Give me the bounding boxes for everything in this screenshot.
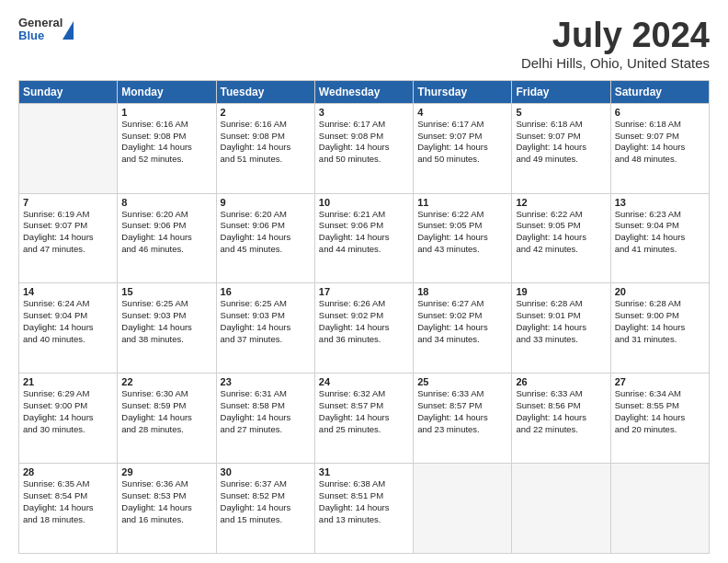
day-number: 22: [121, 376, 211, 387]
day-info: Sunrise: 6:22 AM Sunset: 9:05 PM Dayligh…: [516, 209, 606, 256]
logo-blue: Blue: [18, 29, 63, 42]
day-info: Sunrise: 6:36 AM Sunset: 8:53 PM Dayligh…: [121, 478, 211, 525]
page: General Blue July 2024 Delhi Hills, Ohio…: [0, 0, 728, 563]
day-info: Sunrise: 6:34 AM Sunset: 8:55 PM Dayligh…: [615, 388, 705, 435]
calendar-cell: 11Sunrise: 6:22 AM Sunset: 9:05 PM Dayli…: [414, 193, 512, 283]
day-info: Sunrise: 6:20 AM Sunset: 9:06 PM Dayligh…: [121, 209, 211, 256]
calendar-cell: [414, 464, 512, 554]
logo-general: General: [18, 17, 63, 29]
calendar-header-saturday: Saturday: [610, 80, 709, 103]
day-info: Sunrise: 6:26 AM Sunset: 9:02 PM Dayligh…: [319, 298, 409, 345]
day-info: Sunrise: 6:21 AM Sunset: 9:06 PM Dayligh…: [319, 209, 409, 256]
calendar-cell: 21Sunrise: 6:29 AM Sunset: 9:00 PM Dayli…: [19, 373, 118, 464]
day-number: 12: [516, 197, 606, 208]
day-info: Sunrise: 6:25 AM Sunset: 9:03 PM Dayligh…: [121, 298, 211, 345]
calendar-cell: 30Sunrise: 6:37 AM Sunset: 8:52 PM Dayli…: [216, 464, 314, 554]
calendar-header-tuesday: Tuesday: [216, 80, 314, 103]
day-number: 3: [319, 107, 409, 118]
day-info: Sunrise: 6:23 AM Sunset: 9:04 PM Dayligh…: [615, 209, 705, 256]
calendar-cell: 1Sunrise: 6:16 AM Sunset: 9:08 PM Daylig…: [118, 103, 216, 193]
calendar-cell: 10Sunrise: 6:21 AM Sunset: 9:06 PM Dayli…: [314, 193, 413, 283]
calendar-cell: 13Sunrise: 6:23 AM Sunset: 9:04 PM Dayli…: [610, 193, 709, 283]
day-info: Sunrise: 6:35 AM Sunset: 8:54 PM Dayligh…: [23, 478, 113, 525]
day-info: Sunrise: 6:33 AM Sunset: 8:57 PM Dayligh…: [417, 388, 507, 435]
calendar-cell: 31Sunrise: 6:38 AM Sunset: 8:51 PM Dayli…: [314, 464, 413, 554]
calendar-week-3: 14Sunrise: 6:24 AM Sunset: 9:04 PM Dayli…: [19, 283, 710, 373]
day-info: Sunrise: 6:29 AM Sunset: 9:00 PM Dayligh…: [23, 388, 113, 435]
calendar-header-thursday: Thursday: [414, 80, 512, 103]
day-number: 9: [221, 197, 311, 208]
calendar-cell: 17Sunrise: 6:26 AM Sunset: 9:02 PM Dayli…: [314, 283, 413, 373]
day-info: Sunrise: 6:20 AM Sunset: 9:06 PM Dayligh…: [221, 209, 311, 256]
calendar-week-4: 21Sunrise: 6:29 AM Sunset: 9:00 PM Dayli…: [19, 373, 710, 464]
calendar-table: SundayMondayTuesdayWednesdayThursdayFrid…: [18, 80, 710, 554]
day-info: Sunrise: 6:33 AM Sunset: 8:56 PM Dayligh…: [516, 388, 606, 435]
day-number: 25: [417, 376, 507, 387]
title-block: July 2024 Delhi Hills, Ohio, United Stat…: [521, 17, 710, 71]
calendar-cell: [610, 464, 709, 554]
calendar-header-wednesday: Wednesday: [314, 80, 413, 103]
day-info: Sunrise: 6:17 AM Sunset: 9:08 PM Dayligh…: [319, 119, 409, 166]
day-number: 31: [319, 466, 409, 477]
calendar-header-friday: Friday: [512, 80, 610, 103]
day-info: Sunrise: 6:31 AM Sunset: 8:58 PM Dayligh…: [221, 388, 311, 435]
day-number: 23: [221, 376, 311, 387]
calendar-cell: 18Sunrise: 6:27 AM Sunset: 9:02 PM Dayli…: [414, 283, 512, 373]
day-number: 18: [417, 286, 507, 297]
day-number: 16: [221, 286, 311, 297]
day-info: Sunrise: 6:32 AM Sunset: 8:57 PM Dayligh…: [319, 388, 409, 435]
day-number: 30: [221, 466, 311, 477]
calendar-cell: 24Sunrise: 6:32 AM Sunset: 8:57 PM Dayli…: [314, 373, 413, 464]
calendar-cell: 23Sunrise: 6:31 AM Sunset: 8:58 PM Dayli…: [216, 373, 314, 464]
calendar-cell: 29Sunrise: 6:36 AM Sunset: 8:53 PM Dayli…: [118, 464, 216, 554]
day-number: 19: [516, 286, 606, 297]
calendar-cell: 26Sunrise: 6:33 AM Sunset: 8:56 PM Dayli…: [512, 373, 610, 464]
day-info: Sunrise: 6:18 AM Sunset: 9:07 PM Dayligh…: [615, 119, 705, 166]
day-info: Sunrise: 6:16 AM Sunset: 9:08 PM Dayligh…: [221, 119, 311, 166]
day-info: Sunrise: 6:19 AM Sunset: 9:07 PM Dayligh…: [23, 209, 113, 256]
header: General Blue July 2024 Delhi Hills, Ohio…: [18, 17, 710, 71]
calendar-header-row: SundayMondayTuesdayWednesdayThursdayFrid…: [19, 80, 710, 103]
calendar-cell: 19Sunrise: 6:28 AM Sunset: 9:01 PM Dayli…: [512, 283, 610, 373]
day-number: 6: [615, 107, 705, 118]
day-info: Sunrise: 6:38 AM Sunset: 8:51 PM Dayligh…: [319, 478, 409, 525]
day-info: Sunrise: 6:24 AM Sunset: 9:04 PM Dayligh…: [23, 298, 113, 345]
day-info: Sunrise: 6:22 AM Sunset: 9:05 PM Dayligh…: [417, 209, 507, 256]
calendar-cell: 28Sunrise: 6:35 AM Sunset: 8:54 PM Dayli…: [19, 464, 118, 554]
calendar-cell: 12Sunrise: 6:22 AM Sunset: 9:05 PM Dayli…: [512, 193, 610, 283]
logo: General Blue: [18, 17, 74, 43]
calendar-cell: 3Sunrise: 6:17 AM Sunset: 9:08 PM Daylig…: [314, 103, 413, 193]
calendar-header-monday: Monday: [118, 80, 216, 103]
calendar-week-2: 7Sunrise: 6:19 AM Sunset: 9:07 PM Daylig…: [19, 193, 710, 283]
calendar-cell: 15Sunrise: 6:25 AM Sunset: 9:03 PM Dayli…: [118, 283, 216, 373]
day-number: 20: [615, 286, 705, 297]
calendar-week-5: 28Sunrise: 6:35 AM Sunset: 8:54 PM Dayli…: [19, 464, 710, 554]
logo-text: General Blue: [18, 17, 63, 43]
calendar-cell: 22Sunrise: 6:30 AM Sunset: 8:59 PM Dayli…: [118, 373, 216, 464]
day-info: Sunrise: 6:28 AM Sunset: 9:01 PM Dayligh…: [516, 298, 606, 345]
day-number: 28: [23, 466, 113, 477]
day-info: Sunrise: 6:16 AM Sunset: 9:08 PM Dayligh…: [121, 119, 211, 166]
calendar-cell: 16Sunrise: 6:25 AM Sunset: 9:03 PM Dayli…: [216, 283, 314, 373]
day-info: Sunrise: 6:18 AM Sunset: 9:07 PM Dayligh…: [516, 119, 606, 166]
calendar-cell: 6Sunrise: 6:18 AM Sunset: 9:07 PM Daylig…: [610, 103, 709, 193]
day-number: 26: [516, 376, 606, 387]
calendar-header-sunday: Sunday: [19, 80, 118, 103]
calendar-cell: 4Sunrise: 6:17 AM Sunset: 9:07 PM Daylig…: [414, 103, 512, 193]
day-number: 5: [516, 107, 606, 118]
day-info: Sunrise: 6:17 AM Sunset: 9:07 PM Dayligh…: [417, 119, 507, 166]
day-number: 2: [221, 107, 311, 118]
day-info: Sunrise: 6:25 AM Sunset: 9:03 PM Dayligh…: [221, 298, 311, 345]
day-number: 1: [121, 107, 211, 118]
day-number: 8: [121, 197, 211, 208]
day-info: Sunrise: 6:30 AM Sunset: 8:59 PM Dayligh…: [121, 388, 211, 435]
subtitle: Delhi Hills, Ohio, United States: [521, 55, 710, 71]
day-number: 10: [319, 197, 409, 208]
day-number: 4: [417, 107, 507, 118]
day-number: 27: [615, 376, 705, 387]
calendar-cell: 2Sunrise: 6:16 AM Sunset: 9:08 PM Daylig…: [216, 103, 314, 193]
calendar-cell: [19, 103, 118, 193]
day-number: 29: [121, 466, 211, 477]
calendar-cell: 27Sunrise: 6:34 AM Sunset: 8:55 PM Dayli…: [610, 373, 709, 464]
day-number: 7: [23, 197, 113, 208]
